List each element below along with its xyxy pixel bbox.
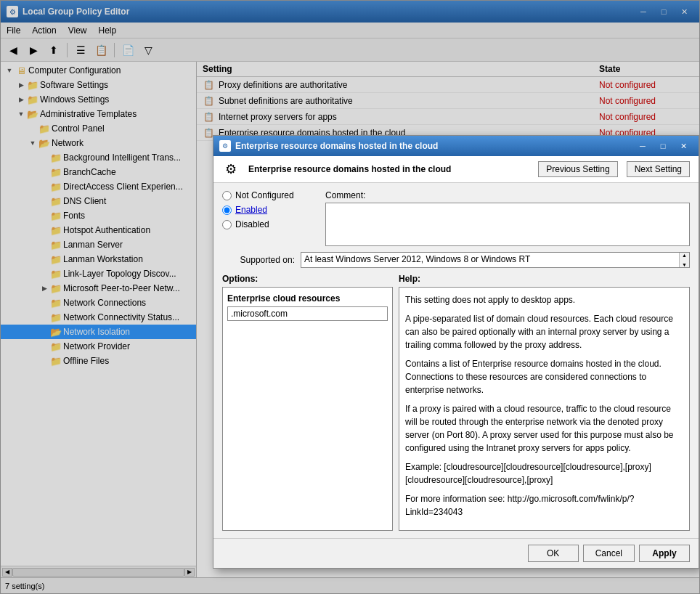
radio-not-configured-input[interactable]: [222, 191, 232, 200]
previous-setting-btn[interactable]: Previous Setting: [538, 161, 617, 177]
enterprise-cloud-resources-input[interactable]: [227, 306, 388, 321]
options-field-label: Enterprise cloud resources: [227, 293, 388, 304]
modal-header: ⚙ Enterprise resource domains hosted in …: [213, 156, 699, 183]
modal-overlay: ⚙ Enterprise resource domains hosted in …: [1, 1, 699, 593]
supported-row: Supported on: At least Windows Server 20…: [222, 252, 690, 268]
options-panel: Options: Enterprise cloud resources: [222, 274, 393, 531]
radio-disabled-label: Disabled: [235, 219, 269, 229]
cancel-btn[interactable]: Cancel: [583, 545, 635, 562]
radio-enabled-label: Enabled: [235, 205, 267, 215]
modal-minimize-btn[interactable]: ─: [633, 139, 652, 153]
supported-scroll-down[interactable]: ▼: [680, 262, 689, 267]
supported-value: At least Windows Server 2012, Windows 8 …: [301, 253, 679, 267]
options-label: Options:: [222, 274, 393, 284]
options-content: Enterprise cloud resources: [222, 287, 393, 531]
modal-top-row: Not Configured Enabled Disabled Comment:: [222, 190, 690, 246]
main-window: ⚙ Local Group Policy Editor ─ □ ✕ File A…: [0, 0, 700, 594]
modal-title-icon: ⚙: [219, 140, 231, 152]
modal-close-btn[interactable]: ✕: [674, 139, 693, 153]
radio-disabled-input[interactable]: [222, 220, 232, 229]
radio-not-configured-label: Not Configured: [235, 190, 294, 200]
radio-group: Not Configured Enabled Disabled: [222, 190, 317, 246]
options-help-row: Options: Enterprise cloud resources Help…: [222, 274, 690, 531]
modal-title-text: Enterprise resource domains hosted in th…: [235, 141, 633, 151]
modal-maximize-btn[interactable]: □: [654, 139, 672, 153]
modal-footer: OK Cancel Apply: [213, 538, 699, 568]
radio-not-configured[interactable]: Not Configured: [222, 190, 317, 200]
modal-body: Not Configured Enabled Disabled Comment:: [213, 183, 699, 538]
modal-dialog: ⚙ Enterprise resource domains hosted in …: [213, 135, 699, 569]
help-label: Help:: [399, 274, 690, 284]
next-setting-btn[interactable]: Next Setting: [627, 161, 690, 177]
modal-header-title: Enterprise resource domains hosted in th…: [248, 164, 529, 174]
radio-disabled[interactable]: Disabled: [222, 219, 317, 229]
comment-section: Comment:: [325, 190, 690, 246]
modal-title-controls: ─ □ ✕: [633, 139, 693, 153]
supported-scroll-up[interactable]: ▲: [680, 253, 689, 258]
comment-textarea[interactable]: [325, 203, 690, 246]
apply-btn[interactable]: Apply: [639, 545, 690, 562]
supported-label: Supported on:: [222, 255, 295, 265]
radio-enabled-input[interactable]: [222, 206, 232, 215]
radio-enabled[interactable]: Enabled: [222, 205, 317, 215]
modal-title-bar: ⚙ Enterprise resource domains hosted in …: [213, 136, 699, 156]
supported-scrollbar: ▲ ▼: [679, 253, 689, 267]
help-content: This setting does not apply to desktop a…: [399, 287, 690, 531]
help-panel: Help: This setting does not apply to des…: [399, 274, 690, 531]
modal-header-icon: ⚙: [222, 160, 240, 178]
ok-btn[interactable]: OK: [528, 545, 579, 562]
comment-label: Comment:: [325, 190, 690, 200]
